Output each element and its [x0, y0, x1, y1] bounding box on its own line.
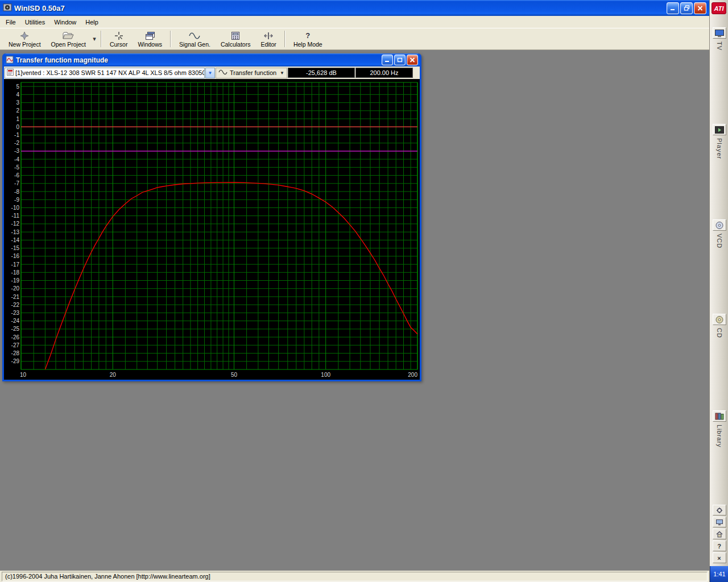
svg-text:10: 10 — [20, 372, 27, 378]
menu-help[interactable]: Help — [81, 16, 103, 28]
signal-gen-label: Signal Gen. — [179, 41, 210, 48]
launchbar-item-library[interactable]: Library — [710, 410, 728, 448]
toolbar-group-help: ? Help Mode — [286, 28, 330, 49]
svg-text:-27: -27 — [11, 342, 20, 348]
windows-button[interactable]: Windows — [133, 30, 167, 48]
calculators-label: Calculators — [221, 41, 251, 48]
launchbar-label: Player — [716, 138, 723, 159]
svg-text:-18: -18 — [11, 269, 20, 276]
transfer-function-chart[interactable]: 543210-1-2-3-4-5-6-7-8-9-10-11-12-13-14-… — [4, 79, 420, 380]
help-mode-button[interactable]: ? Help Mode — [288, 30, 328, 48]
svg-text:-1: -1 — [14, 132, 19, 138]
cursor-button[interactable]: Cursor — [105, 30, 133, 48]
magnitude-readout: -25,628 dB — [288, 68, 355, 78]
launchbar-label: VCD — [716, 234, 723, 248]
menu-file[interactable]: File — [1, 16, 20, 28]
restore-button[interactable] — [680, 2, 693, 14]
toolbar-group-tools: Signal Gen. Calculators Editor — [172, 28, 284, 49]
svg-text:-21: -21 — [11, 294, 20, 300]
question-icon: ? — [305, 31, 310, 40]
svg-text:-19: -19 — [11, 277, 20, 284]
svg-text:-23: -23 — [11, 310, 20, 316]
graph-type-arrow-icon: ▼ — [280, 70, 284, 76]
window-title: WinISD 0.50a7 — [14, 4, 65, 13]
svg-text:-8: -8 — [14, 189, 19, 195]
launchbar-label: CD — [716, 328, 723, 338]
editor-label: Editor — [260, 41, 276, 48]
home-button[interactable] — [713, 529, 726, 539]
windows-label: Windows — [138, 41, 162, 48]
toolbar-group-project: New Project Open Project ▾ — [1, 28, 100, 49]
launchbar-footer: ? × — [710, 505, 728, 563]
child-titlebar[interactable]: Transfer function magnitude — [4, 53, 420, 66]
calculators-button[interactable]: Calculators — [216, 30, 256, 48]
launchbar-item-vcd[interactable]: VCD — [710, 219, 728, 248]
windows-icon — [145, 31, 155, 40]
project-combo[interactable]: [1]vented : XLS-12 308 SWR 51 147 NX ALP… — [5, 68, 205, 78]
launchbar-help-button[interactable]: ? — [713, 541, 726, 551]
sine-wave-icon — [189, 31, 200, 40]
svg-text:-16: -16 — [11, 253, 20, 259]
child-minimize-button[interactable] — [382, 55, 393, 65]
child-maximize-button[interactable] — [394, 55, 406, 65]
cd-icon — [713, 314, 726, 325]
help-mode-label: Help Mode — [293, 41, 322, 48]
new-project-label: New Project — [9, 41, 41, 48]
window-controls — [667, 2, 706, 14]
project-combo-value: [1]vented : XLS-12 308 SWR 51 147 NX ALP… — [15, 69, 205, 76]
transfer-function-icon — [218, 69, 228, 77]
minimize-button[interactable] — [667, 2, 679, 14]
new-project-icon — [19, 31, 30, 40]
svg-text:1: 1 — [16, 116, 19, 122]
menu-utilities[interactable]: Utilities — [20, 16, 49, 28]
child-window-icon — [6, 56, 14, 65]
toolbar-separator — [284, 31, 286, 47]
launchbar-label: TV — [716, 41, 723, 51]
open-folder-icon — [63, 31, 74, 40]
svg-text:100: 100 — [321, 372, 330, 378]
graph-type-selector[interactable]: Transfer function ▼ — [216, 68, 287, 78]
open-project-label: Open Project — [51, 41, 86, 48]
launchbar-label: Library — [716, 425, 723, 448]
child-window-controls — [382, 55, 418, 65]
menu-window[interactable]: Window — [49, 16, 81, 28]
launchbar-item-player[interactable]: Player — [710, 124, 728, 159]
svg-text:-5: -5 — [14, 164, 19, 171]
ati-logo: ATI — [712, 2, 726, 14]
child-close-button[interactable] — [407, 55, 418, 65]
svg-text:-11: -11 — [11, 213, 19, 219]
settings-button[interactable] — [713, 505, 726, 516]
ati-launchbar: ATI TV Player VCD CD Library ? × 1:41 — [709, 0, 728, 582]
svg-text:-9: -9 — [14, 197, 19, 203]
open-project-button[interactable]: Open Project — [46, 30, 91, 48]
main-titlebar[interactable]: WinISD 0.50a7 — [0, 0, 709, 16]
svg-text:3: 3 — [16, 99, 19, 106]
open-project-dropdown[interactable]: ▾ — [91, 28, 98, 49]
frequency-readout: 200.00 Hz — [355, 68, 413, 78]
project-combo-arrow[interactable]: ▼ — [205, 68, 215, 78]
toolbar: New Project Open Project ▾ Cursor Window… — [0, 28, 709, 50]
toolbar-separator — [101, 31, 102, 47]
svg-text:20: 20 — [110, 372, 117, 378]
cursor-icon — [114, 31, 123, 40]
display-button[interactable] — [713, 517, 726, 527]
signal-gen-button[interactable]: Signal Gen. — [174, 30, 216, 48]
taskbar-clock: 1:41 — [710, 566, 728, 582]
svg-text:-14: -14 — [11, 237, 20, 243]
launchbar-item-cd[interactable]: CD — [710, 314, 728, 338]
svg-text:-15: -15 — [11, 245, 20, 251]
editor-button[interactable]: Editor — [255, 30, 281, 48]
new-project-button[interactable]: New Project — [3, 30, 46, 48]
status-text: (c)1996-2004 Juha Hartikainen, Janne Aho… — [2, 572, 708, 581]
transfer-function-window: Transfer function magnitude [1]vented : … — [2, 53, 421, 381]
graph-type-value: Transfer function — [230, 69, 276, 76]
close-button[interactable] — [694, 2, 706, 14]
vcd-icon — [713, 219, 726, 231]
svg-text:0: 0 — [16, 124, 19, 130]
project-icon — [7, 69, 14, 77]
svg-text:5: 5 — [16, 84, 19, 90]
svg-text:-24: -24 — [11, 318, 20, 324]
launchbar-close-button[interactable]: × — [713, 552, 726, 563]
launchbar-item-tv[interactable]: TV — [710, 27, 728, 51]
main-window: WinISD 0.50a7 File Utilities Window Help… — [0, 0, 709, 582]
